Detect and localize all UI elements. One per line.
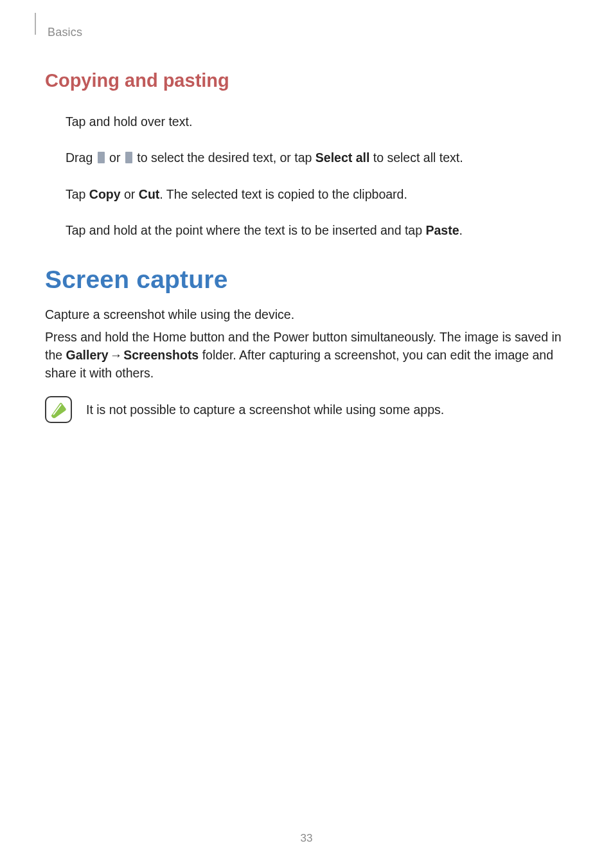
bold-select-all: Select all bbox=[315, 150, 370, 165]
page-number: 33 bbox=[0, 832, 613, 845]
selection-handle-left-icon bbox=[98, 152, 105, 163]
step-2: Drag or to select the desired text, or t… bbox=[66, 149, 568, 166]
step-text: . bbox=[459, 223, 463, 237]
bold-paste: Paste bbox=[425, 223, 459, 237]
step-text: . The selected text is copied to the cli… bbox=[159, 187, 407, 201]
step-text: or bbox=[106, 150, 124, 165]
bold-gallery: Gallery bbox=[66, 348, 109, 362]
section-heading-copying: Copying and pasting bbox=[45, 70, 568, 91]
step-text: or bbox=[121, 187, 139, 201]
step-1: Tap and hold over text. bbox=[66, 113, 568, 130]
step-text: Tap and hold at the point where the text… bbox=[66, 223, 425, 237]
step-text: Tap bbox=[66, 187, 89, 201]
note-icon bbox=[45, 396, 72, 423]
step-text: Drag bbox=[66, 150, 96, 165]
section-heading-screen-capture: Screen capture bbox=[45, 266, 568, 294]
note-text: It is not possible to capture a screensh… bbox=[86, 401, 444, 419]
header-rule bbox=[35, 13, 36, 35]
paragraph-intro: Capture a screenshot while using the dev… bbox=[45, 305, 568, 323]
step-4: Tap and hold at the point where the text… bbox=[66, 222, 568, 239]
step-text: Tap and hold over text. bbox=[66, 114, 192, 129]
arrow-icon: → bbox=[109, 346, 124, 364]
bold-copy: Copy bbox=[89, 187, 121, 201]
document-page: Basics Copying and pasting Tap and hold … bbox=[0, 0, 613, 868]
step-text: to select the desired text, or tap bbox=[134, 150, 315, 165]
selection-handle-right-icon bbox=[125, 152, 132, 163]
note-callout: It is not possible to capture a screensh… bbox=[45, 396, 568, 423]
steps-list: Tap and hold over text. Drag or to selec… bbox=[66, 113, 568, 239]
paragraph-instructions: Press and hold the Home button and the P… bbox=[45, 328, 568, 383]
step-3: Tap Copy or Cut. The selected text is co… bbox=[66, 186, 568, 203]
step-text: to select all text. bbox=[369, 150, 463, 165]
bold-cut: Cut bbox=[139, 187, 160, 201]
breadcrumb: Basics bbox=[48, 26, 568, 39]
bold-screenshots: Screenshots bbox=[123, 348, 199, 362]
